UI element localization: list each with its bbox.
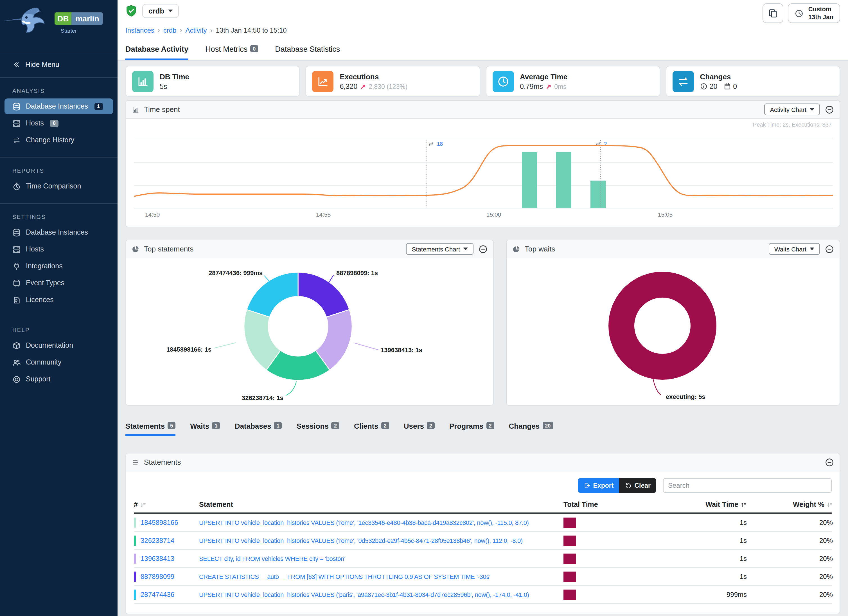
brand-logo[interactable]: DBmarlin Starter — [0, 0, 117, 52]
column-wait-time[interactable]: Wait Time — [632, 501, 747, 509]
table-header: # Statement Total Time Wait Time Weight … — [134, 501, 832, 514]
detail-tab[interactable]: Databases 1 — [235, 422, 282, 436]
statement-color-bar — [134, 571, 136, 581]
detail-tab[interactable]: Programs 2 — [449, 422, 494, 436]
time-range-button[interactable]: Custom 13th Jan — [788, 3, 840, 23]
calendar-icon[interactable] — [723, 83, 731, 90]
sidebar-item[interactable]: Community — [4, 355, 113, 370]
statement-id-link[interactable]: 326238714 — [141, 536, 174, 544]
donut-slice[interactable] — [621, 285, 703, 367]
sort-icon — [140, 502, 146, 508]
column-total-time[interactable]: Total Time — [563, 501, 632, 509]
activity-chart-select[interactable]: Activity Chart — [764, 104, 820, 115]
column-weight[interactable]: Weight % — [747, 501, 833, 509]
clock-icon — [497, 75, 509, 88]
average-time-value: 0.79ms — [520, 82, 543, 90]
minus-circle-icon[interactable] — [825, 105, 834, 114]
executions-bar[interactable] — [522, 152, 537, 208]
sidebar-item[interactable]: Support — [4, 371, 113, 387]
waits-chart-select[interactable]: Waits Chart — [769, 243, 820, 255]
column-id[interactable]: # — [134, 501, 199, 509]
main-tab[interactable]: Host Metrics 0 — [205, 45, 258, 60]
sidebar-item[interactable]: Event Types — [4, 275, 113, 291]
statement-link[interactable]: UPSERT INTO vehicle_location_histories V… — [199, 519, 563, 526]
main-content: crdb Instances › crdb — [117, 0, 848, 616]
statement-id-link[interactable]: 1845898166 — [141, 518, 178, 526]
db-time-value: 5s — [160, 82, 167, 90]
breadcrumb-link[interactable]: Activity — [185, 27, 207, 34]
detail-tab[interactable]: Statements 5 — [125, 422, 175, 436]
minus-circle-icon[interactable] — [479, 245, 488, 254]
sidebar-item[interactable]: Time Comparison — [4, 178, 113, 194]
statement-link[interactable]: UPSERT INTO vehicle_location_histories V… — [199, 591, 563, 598]
sidebar: DBmarlin Starter Hide Menu ANALYSIS Data… — [0, 0, 117, 616]
sidebar-item[interactable]: Integrations — [4, 258, 113, 274]
x-tick: 15:05 — [658, 211, 673, 218]
sidebar-item[interactable]: Documentation — [4, 337, 113, 353]
column-statement[interactable]: Statement — [199, 501, 563, 509]
statement-id-link[interactable]: 139638413 — [141, 554, 174, 562]
card-executions: Executions 6,320 ↗ 2,830 (123%) — [305, 66, 480, 97]
minus-circle-icon[interactable] — [825, 458, 834, 467]
change-marker[interactable]: ⇄ 18 — [427, 140, 443, 208]
chevron-down-icon — [463, 248, 468, 250]
statement-id-link[interactable]: 287474436 — [141, 591, 174, 598]
sidebar-item-label: Documentation — [26, 341, 73, 349]
statements-chart-select[interactable]: Statements Chart — [406, 243, 473, 255]
table-rows: 1845898166 UPSERT INTO vehicle_location_… — [134, 514, 832, 604]
donut-slice[interactable] — [298, 272, 350, 317]
marlin-logo-icon — [2, 2, 54, 36]
statement-link[interactable]: CREATE STATISTICS __auto__ FROM [63] WIT… — [199, 573, 563, 580]
table-row: 139638413 SELECT city, id FROM vehicles … — [134, 550, 832, 568]
sidebar-item[interactable]: Licences — [4, 292, 113, 308]
chevron-down-icon — [168, 10, 173, 12]
main-tab[interactable]: Database Activity — [125, 45, 188, 60]
table-row: 326238714 UPSERT INTO vehicle_location_h… — [134, 531, 832, 550]
tab-badge: 20 — [543, 422, 553, 429]
copy-link-button[interactable] — [763, 3, 784, 23]
info-circle-icon[interactable] — [700, 83, 707, 90]
clear-button[interactable]: Clear — [619, 478, 656, 493]
export-button[interactable]: Export — [578, 478, 620, 493]
donut-slice[interactable] — [246, 272, 298, 317]
hide-menu-button[interactable]: Hide Menu — [0, 52, 117, 77]
sidebar-item[interactable]: Hosts 0 — [4, 115, 113, 131]
instance-selector[interactable]: crdb — [142, 4, 179, 18]
total-time-bar — [563, 589, 576, 600]
breadcrumb: Instances › crdb › Activity › 13th — [125, 27, 287, 34]
weight-value: 20% — [747, 518, 833, 526]
sidebar-item-label: Hosts — [26, 119, 44, 127]
statement-link[interactable]: UPSERT INTO vehicle_location_histories V… — [199, 537, 563, 544]
detail-tab[interactable]: Users 2 — [404, 422, 435, 436]
statement-link[interactable]: SELECT city, id FROM vehicles WHERE city… — [199, 555, 563, 562]
detail-tab[interactable]: Sessions 2 — [297, 422, 339, 436]
chevron-down-icon — [810, 108, 814, 111]
export-icon — [584, 482, 590, 489]
detail-tab[interactable]: Clients 2 — [354, 422, 389, 436]
tab-badge: 1 — [274, 422, 282, 429]
copy-icon — [768, 9, 778, 18]
sidebar-item[interactable]: Change History — [4, 132, 113, 148]
minus-circle-icon[interactable] — [825, 245, 834, 254]
breadcrumb-link[interactable]: Instances — [125, 27, 154, 34]
panel-title: Statements — [144, 458, 181, 466]
detail-tab[interactable]: Changes 20 — [509, 422, 553, 436]
search-input[interactable] — [663, 478, 832, 493]
main-tab[interactable]: Database Statistics — [275, 45, 340, 60]
up-arrow-icon: ↗ — [546, 82, 551, 90]
wait-time-value: 1s — [632, 572, 747, 580]
list-icon — [132, 458, 139, 466]
breadcrumb-link[interactable]: crdb — [163, 27, 176, 34]
statement-id-link[interactable]: 887898099 — [141, 572, 174, 580]
sidebar-item[interactable]: Hosts — [4, 241, 113, 257]
sort-icon — [827, 502, 833, 508]
slice-label: executing: 5s — [666, 393, 706, 400]
executions-bar[interactable] — [556, 152, 571, 208]
top-bar: crdb Instances › crdb — [117, 0, 848, 61]
executions-bar[interactable] — [590, 181, 606, 208]
breadcrumb-link[interactable]: 13th Jan 14:50 to 15:10 — [216, 27, 286, 34]
line-chart-icon — [317, 75, 329, 88]
detail-tab[interactable]: Waits 1 — [190, 422, 220, 436]
sidebar-item[interactable]: Database Instances — [4, 224, 113, 240]
sidebar-item[interactable]: Database Instances 1 — [4, 98, 113, 114]
